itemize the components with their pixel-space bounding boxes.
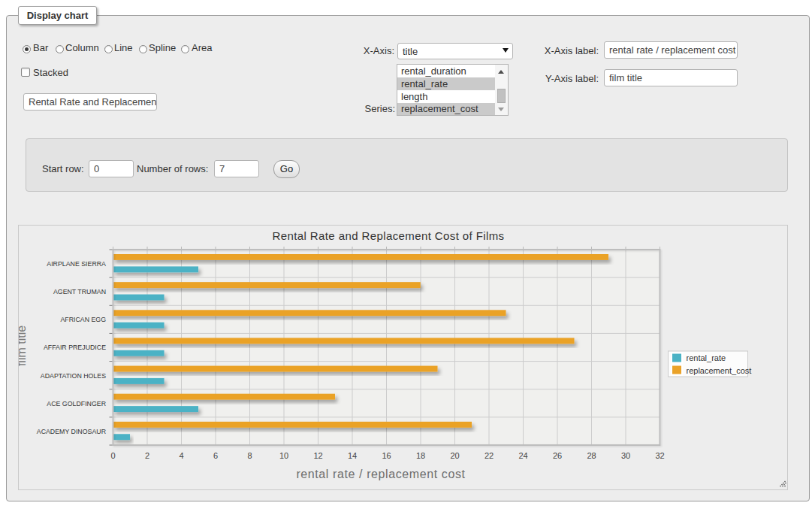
svg-text:16: 16 bbox=[382, 451, 391, 460]
svg-text:ADAPTATION HOLES: ADAPTATION HOLES bbox=[41, 372, 106, 380]
svg-text:rental rate / replacement cost: rental rate / replacement cost bbox=[296, 468, 465, 480]
svg-text:22: 22 bbox=[484, 451, 494, 460]
svg-text:6: 6 bbox=[213, 451, 218, 460]
svg-text:26: 26 bbox=[553, 451, 562, 460]
svg-text:14: 14 bbox=[348, 451, 357, 460]
svg-text:AFFAIR PREJUDICE: AFFAIR PREJUDICE bbox=[44, 344, 106, 351]
svg-text:32: 32 bbox=[655, 451, 664, 460]
svg-text:4: 4 bbox=[179, 451, 183, 460]
svg-text:10: 10 bbox=[279, 451, 288, 460]
svg-text:20: 20 bbox=[450, 451, 459, 460]
svg-text:0: 0 bbox=[110, 451, 115, 460]
svg-text:8: 8 bbox=[247, 451, 252, 460]
svg-text:24: 24 bbox=[518, 451, 527, 460]
svg-text:replacement_cost: replacement_cost bbox=[687, 366, 752, 375]
svg-text:AGENT TRUMAN: AGENT TRUMAN bbox=[53, 288, 106, 295]
svg-text:ACE GOLDFINGER: ACE GOLDFINGER bbox=[47, 400, 106, 407]
svg-text:2: 2 bbox=[145, 451, 149, 460]
svg-text:12: 12 bbox=[313, 451, 322, 460]
svg-text:film title: film title bbox=[19, 326, 28, 366]
svg-text:18: 18 bbox=[416, 451, 425, 460]
svg-text:30: 30 bbox=[621, 451, 630, 460]
svg-text:ACADEMY DINOSAUR: ACADEMY DINOSAUR bbox=[37, 428, 106, 435]
svg-text:rental_rate: rental_rate bbox=[687, 353, 726, 362]
svg-text:AIRPLANE SIERRA: AIRPLANE SIERRA bbox=[47, 260, 106, 268]
svg-text:AFRICAN EGG: AFRICAN EGG bbox=[60, 316, 106, 323]
svg-text:Rental Rate and Replacement Co: Rental Rate and Replacement Cost of Film… bbox=[272, 229, 504, 242]
svg-text:28: 28 bbox=[587, 451, 596, 460]
